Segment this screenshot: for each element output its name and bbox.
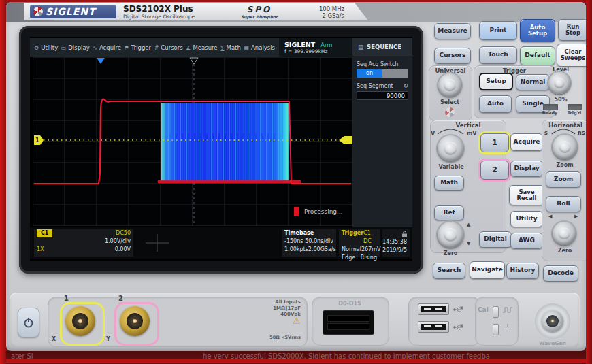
vertical-position-knob[interactable]	[438, 222, 463, 248]
acquire-button[interactable]: Acquire	[510, 133, 543, 151]
utility-button[interactable]: Utility	[510, 211, 543, 227]
trigger-auto-button[interactable]: Auto	[479, 95, 512, 113]
menu-math[interactable]: ∑Math	[220, 44, 241, 51]
ref-button[interactable]: Ref	[434, 205, 464, 220]
up-arrow-icon: ▲	[467, 222, 470, 227]
trigger-setup-button[interactable]: Setup	[479, 73, 513, 90]
clipboard-icon: ▤	[358, 44, 363, 50]
cursors-icon: #	[154, 45, 159, 51]
zoom-button[interactable]: Zoom	[546, 171, 581, 188]
horizontal-zoom-label: Zoom	[542, 162, 588, 168]
processing-icon	[294, 207, 299, 216]
usb-port-1	[418, 303, 449, 315]
trigger-descriptor[interactable]: Trigger C1 DC Normal 267mV Edge Rising	[339, 229, 380, 257]
trigger-source: C1 DC	[363, 229, 377, 246]
max-input-rating: 50Ω <5Vrms	[252, 335, 301, 340]
screen-brand: SIGLENT	[284, 41, 315, 48]
usb-icon-2	[453, 324, 464, 331]
measure-icon: ∡	[186, 45, 191, 51]
run-stop-button[interactable]: Run Stop	[558, 19, 588, 41]
channel2-bnc-connector	[120, 306, 150, 336]
down-arrow-icon: ▼	[467, 241, 470, 246]
input-ratings-line2: 1MΩ‖17pF	[252, 305, 301, 312]
channel1-scale: 1.00V/div	[105, 237, 131, 246]
timebase-title: Timebase	[284, 229, 314, 237]
cursors-button[interactable]: Cursors	[434, 48, 471, 64]
measure-button[interactable]: Measure	[434, 23, 471, 39]
menu-acquire[interactable]: ∿Acquire	[93, 44, 121, 51]
math-icon: ∑	[220, 45, 224, 51]
digital-button[interactable]: Digital	[479, 231, 512, 248]
sequence-dialog: ▤ SEQUENCE Seq Acq Switch on Seq Segment…	[352, 38, 412, 227]
menu-trigger-label: Trigger	[131, 44, 151, 51]
acquisition-status: Arm	[320, 42, 332, 48]
page-border-right	[586, 0, 592, 364]
awg-button[interactable]: AWG	[510, 233, 543, 249]
sample-rate: 2 GSa/s	[302, 12, 344, 19]
timebase-descriptor[interactable]: Timebase -150ns 50.0ns/div 1.00kpts 2.00…	[282, 229, 336, 257]
model-name: SDS2102X Plus	[123, 4, 195, 14]
processing-indicator: Processing...	[294, 207, 343, 216]
power-icon	[23, 317, 34, 328]
seq-acq-switch-toggle[interactable]: on	[357, 69, 408, 78]
digital-input-label: D0-D15	[312, 301, 388, 307]
screen: ⚙Utility ▭Display ∿Acquire ⚑Trigger #Cur…	[30, 37, 412, 261]
vertical-scale-knob[interactable]	[438, 135, 463, 161]
roll-button[interactable]: Roll	[546, 196, 581, 212]
universal-knob[interactable]	[438, 73, 461, 97]
gear-icon: ⚙	[34, 45, 39, 51]
clock-block: 14:35:38 2019/9/5	[382, 229, 410, 257]
cal-label: Cal	[478, 306, 489, 313]
menu-utility[interactable]: ⚙Utility	[34, 44, 58, 51]
refresh-icon[interactable]: ↻	[403, 82, 408, 89]
timebase-points: 1.00kpts	[284, 246, 308, 254]
screen-brand-block: SIGLENT Arm f = 399.9999kHz	[279, 38, 352, 57]
menu-trigger[interactable]: ⚑Trigger	[125, 44, 152, 51]
math-button[interactable]: Math	[434, 176, 464, 191]
channel1-badge: C1	[37, 229, 52, 237]
seq-segment-value[interactable]: 90000	[357, 91, 408, 100]
trigger-level-knob[interactable]	[548, 72, 570, 94]
cal-pad-1	[493, 306, 499, 318]
channel1-marker-label: 1	[35, 137, 39, 144]
analysis-icon: ▦	[244, 45, 249, 51]
history-button[interactable]: History	[506, 263, 539, 279]
menu-cursors-label: Cursors	[161, 44, 182, 51]
horizontal-zero-label: Zero	[542, 248, 588, 254]
menu-analysis-label: Analysis	[251, 44, 275, 51]
y-axis-label: Y	[106, 336, 110, 342]
channel1-coupling: DC50	[116, 229, 131, 237]
horizontal-scale-knob[interactable]	[553, 135, 577, 159]
menu-analysis[interactable]: ▦Analysis	[244, 44, 275, 51]
variable-label: Variable	[430, 164, 472, 170]
bandwidth: 100 MHz	[302, 5, 344, 12]
save-recall-button[interactable]: Save Recall	[509, 185, 544, 205]
oscilloscope-front-panel: SIGLENT SDS2102X Plus Digital Storage Os…	[0, 0, 592, 364]
page-border-left	[0, 0, 6, 364]
channel2-button[interactable]: 2	[480, 161, 509, 180]
decode-button[interactable]: Decode	[543, 265, 578, 282]
menu-display-label: Display	[68, 44, 89, 51]
print-button[interactable]: Print	[479, 21, 517, 40]
trigger-normal-button[interactable]: Normal	[516, 74, 550, 90]
menu-measure[interactable]: ∡Measure	[186, 44, 217, 51]
search-button[interactable]: Search	[433, 263, 465, 279]
power-button[interactable]	[18, 308, 39, 337]
touch-button[interactable]: Touch	[479, 46, 517, 64]
menu-display[interactable]: ▭Display	[61, 44, 90, 51]
warning-icon: ⚠	[275, 316, 301, 326]
volt-label: V	[431, 131, 435, 137]
menu-math-label: Math	[227, 44, 241, 51]
navigate-button[interactable]: Navigate	[470, 261, 505, 279]
channel1-button[interactable]: 1	[480, 133, 509, 152]
channel1-descriptor[interactable]: C1 DC50 1.00V/div 1X 0.00V	[34, 229, 133, 257]
default-button[interactable]: Default	[520, 46, 555, 65]
horizontal-position-knob[interactable]	[553, 222, 576, 245]
vertical-zero-label: Zero	[433, 250, 468, 257]
menu-cursors[interactable]: #Cursors	[154, 44, 183, 51]
auto-setup-button[interactable]: Auto Setup	[520, 19, 555, 42]
ground-icon	[504, 324, 512, 332]
display-button[interactable]: Display	[510, 161, 543, 177]
trigger-type: Edge	[342, 254, 355, 262]
clear-sweeps-button[interactable]: Clear Sweeps	[557, 44, 589, 67]
